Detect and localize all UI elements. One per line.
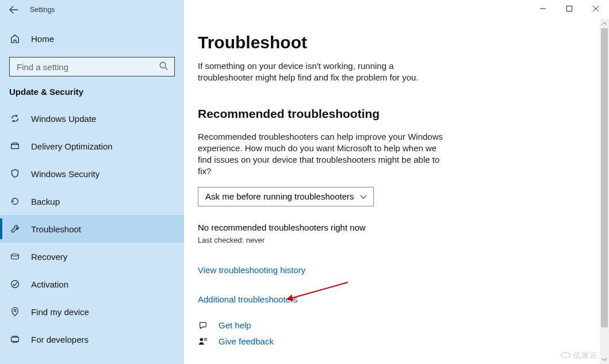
no-recommended-text: No recommended troubleshooters right now [198, 223, 595, 232]
sidebar-item-find-my-device[interactable]: Find my device [0, 298, 184, 325]
additional-troubleshooters-link[interactable]: Additional troubleshooters [198, 294, 595, 304]
svg-rect-5 [12, 337, 19, 341]
view-history-link[interactable]: View troubleshooting history [198, 265, 595, 275]
sidebar-item-label: For developers [31, 335, 89, 344]
main-content: Troubleshoot If something on your device… [184, 19, 609, 364]
sidebar-item-label: Windows Security [31, 169, 99, 179]
scroll-up-button[interactable] [600, 19, 609, 28]
svg-point-1 [160, 62, 166, 68]
caret-up-icon [602, 21, 607, 26]
sidebar-home-label: Home [31, 34, 54, 44]
page-intro: If something on your device isn't workin… [198, 60, 451, 84]
sidebar-item-label: Backup [31, 197, 60, 206]
sidebar-item-label: Find my device [31, 307, 89, 317]
svg-point-6 [200, 338, 203, 340]
sidebar-item-label: Troubleshoot [31, 224, 81, 234]
sidebar-item-troubleshoot[interactable]: Troubleshoot [0, 215, 184, 243]
delivery-icon [9, 141, 21, 151]
svg-rect-2 [12, 144, 19, 148]
sidebar-item-windows-security[interactable]: Windows Security [0, 160, 184, 187]
window-close-button[interactable] [583, 0, 609, 17]
last-checked-text: Last checked: never [198, 236, 595, 244]
sidebar-item-label: Activation [31, 279, 68, 289]
recommended-desc: Recommended troubleshooters can help imp… [198, 131, 451, 178]
window-maximize-button[interactable] [556, 0, 583, 17]
dropdown-value: Ask me before running troubleshooters [205, 191, 354, 201]
watermark: 亿速云 [561, 350, 597, 361]
maximize-icon [566, 6, 572, 12]
recommended-mode-dropdown[interactable]: Ask me before running troubleshooters [198, 187, 374, 206]
sidebar-home[interactable]: Home [0, 26, 184, 51]
sidebar-item-activation[interactable]: Activation [0, 270, 184, 298]
get-help-icon [198, 320, 208, 331]
svg-rect-0 [567, 6, 572, 12]
recovery-icon [9, 251, 21, 262]
location-icon [9, 306, 21, 317]
caret-down-icon [602, 357, 607, 362]
sidebar-item-backup[interactable]: Backup [0, 187, 184, 215]
sidebar-item-for-developers[interactable]: For developers [0, 325, 184, 353]
back-arrow-icon [9, 5, 18, 14]
sync-icon [9, 113, 21, 124]
activation-icon [9, 279, 21, 289]
sidebar-item-label: Delivery Optimization [31, 141, 113, 151]
chevron-down-icon [359, 193, 367, 201]
scroll-thumb[interactable] [601, 28, 608, 327]
get-help-link[interactable]: Get help [219, 320, 251, 330]
recommended-heading: Recommended troubleshooting [198, 107, 595, 121]
backup-icon [9, 196, 21, 206]
wrench-icon [9, 224, 21, 234]
app-title: Settings [30, 6, 55, 14]
sidebar-section-title: Update & Security [0, 87, 184, 105]
shield-icon [9, 168, 21, 179]
sidebar-item-recovery[interactable]: Recovery [0, 243, 184, 270]
svg-point-4 [14, 309, 16, 312]
sidebar-item-delivery-optimization[interactable]: Delivery Optimization [0, 132, 184, 160]
sidebar: Home Update & Security Windows Update [0, 19, 184, 364]
feedback-icon [198, 336, 208, 347]
minimize-icon [540, 6, 546, 12]
sidebar-item-label: Recovery [31, 252, 67, 262]
svg-point-3 [12, 281, 19, 288]
home-icon [9, 33, 21, 44]
scroll-down-button[interactable] [600, 355, 609, 364]
search-input[interactable] [9, 57, 175, 76]
search-icon[interactable] [159, 61, 169, 74]
vertical-scrollbar[interactable] [600, 19, 609, 364]
titlebar: Settings [0, 0, 609, 19]
sidebar-item-label: Windows Update [31, 114, 96, 124]
close-icon [593, 6, 599, 12]
page-title: Troubleshoot [198, 33, 595, 52]
sidebar-item-windows-update[interactable]: Windows Update [0, 105, 184, 132]
window-minimize-button[interactable] [530, 0, 556, 17]
developers-icon [9, 334, 21, 344]
back-button[interactable] [0, 0, 28, 19]
give-feedback-link[interactable]: Give feedback [219, 336, 274, 346]
